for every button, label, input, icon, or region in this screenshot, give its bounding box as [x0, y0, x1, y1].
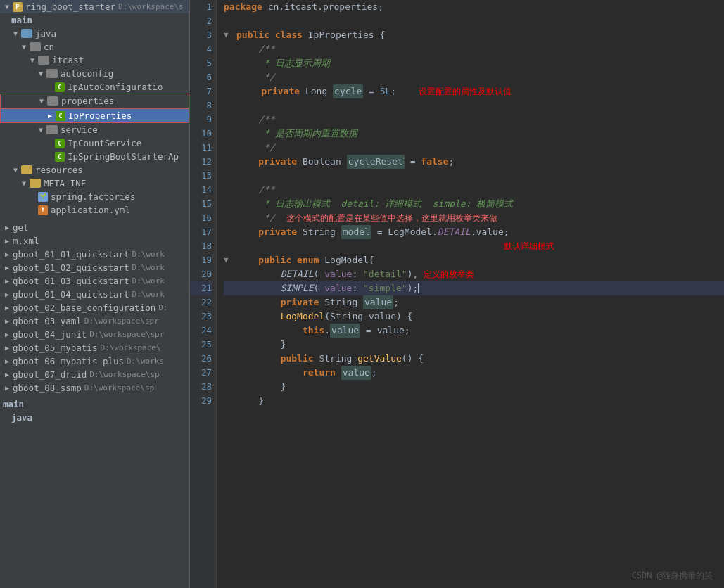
application-yml-icon: Y	[38, 205, 48, 215]
sidebar-item-ipspringbootstarter[interactable]: C IpSpringBootStarterAp	[0, 150, 189, 163]
kw-private-12: private	[258, 155, 297, 169]
code-line-13	[224, 169, 724, 183]
sidebar-item-gboot-01-04[interactable]: ▶ gboot_01_04_quickstart D:\work	[0, 288, 189, 301]
var-value-22: value	[363, 295, 393, 309]
gboot-04-path: D:\workspace\spr	[89, 330, 164, 339]
code-line-1: package cn.itcast.properties;	[224, 0, 724, 14]
gboot-02-arrow: ▶	[3, 304, 11, 312]
gboot-03-arrow: ▶	[3, 317, 11, 325]
ln-24: 24	[190, 324, 212, 338]
gboot-01-04-path: D:\work	[132, 290, 165, 299]
code-area[interactable]: package cn.itcast.properties; ▼ public c…	[217, 0, 724, 588]
sidebar-item-gboot-06[interactable]: ▶ gboot_06_mybatis_plus D:\works	[0, 354, 189, 368]
gboot-01-01-arrow: ▶	[3, 250, 11, 258]
itcast-label: itcast	[52, 55, 84, 65]
sidebar-item-service[interactable]: ▼ service	[0, 123, 189, 136]
ln-18: 18	[190, 239, 212, 253]
mxml-label: m.xml	[13, 236, 39, 246]
sidebar-item-autoconfig[interactable]: ▼ autoconfig	[0, 67, 189, 80]
sidebar-item-java[interactable]: ▼ java	[0, 27, 189, 40]
gboot-01-01-label: gboot_01_01_quickstart	[13, 249, 129, 260]
ln-8: 8	[190, 98, 212, 113]
sidebar-item-gboot-01-01[interactable]: ▶ gboot_01_01_quickstart D:\work	[0, 248, 189, 261]
sidebar-item-ipautoconfiguration[interactable]: C IpAutoConfiguratio	[0, 80, 189, 94]
ln-20: 20	[190, 267, 212, 281]
resources-folder-icon	[21, 165, 32, 174]
sidebar-item-gboot-08[interactable]: ▶ gboot_08_ssmp D:\workspace\sp	[0, 381, 189, 395]
cn-arrow: ▼	[20, 43, 28, 51]
ipproperties-label: IpProperties	[68, 110, 132, 121]
sidebar-item-application-yml[interactable]: Y application.yml	[0, 203, 189, 217]
watermark: CSDN @随身携带的笑	[632, 568, 713, 582]
sidebar-item-gboot-02[interactable]: ▶ gboot_02_base_configuration D:	[0, 301, 189, 314]
gboot-02-label: gboot_02_base_configuration	[13, 302, 155, 313]
type-string-22: String	[324, 295, 357, 309]
sidebar-item-gboot-01-02[interactable]: ▶ gboot_01_02_quickstart D:\work	[0, 261, 189, 274]
code-line-5: * 日志显示周期	[224, 56, 724, 70]
code-line-20: DETAIL( value: "detail"), 定义的枚举类	[224, 267, 724, 281]
code-line-17: private String model = LogModel.DETAIL.v…	[224, 225, 724, 239]
gboot-01-02-label: gboot_01_02_quickstart	[13, 262, 129, 273]
code-line-18: 默认详细模式	[224, 239, 724, 253]
gboot-07-path: D:\workspace\sp	[89, 370, 159, 379]
ln-4: 4	[190, 42, 212, 56]
itcast-folder-icon	[38, 56, 49, 65]
sidebar-item-ipproperties[interactable]: ▶ C IpProperties	[0, 108, 189, 123]
properties-label: properties	[61, 96, 114, 106]
brace-open-19: {	[369, 253, 374, 267]
type-string-17: String	[303, 225, 336, 239]
gboot-07-label: gboot_07_druid	[13, 369, 87, 380]
sidebar-item-meta-inf[interactable]: ▼ META-INF	[0, 177, 189, 190]
code-line-16: */ 这个模式的配置是在某些值中选择，这里就用枚举类来做	[224, 211, 724, 225]
str-simple: "simple"	[363, 281, 407, 295]
service-folder-icon	[46, 125, 58, 134]
code-line-10: * 是否周期内重置数据	[224, 127, 724, 141]
sidebar-item-cn[interactable]: ▼ cn	[0, 40, 189, 53]
gboot-06-label: gboot_06_mybatis_plus	[13, 356, 124, 366]
kw-return: return	[303, 366, 336, 380]
bottom-java-label: java	[11, 412, 32, 423]
ln-13: 13	[190, 169, 212, 183]
meta-inf-folder-icon	[30, 179, 41, 188]
logmodel-ref: LogModel	[388, 225, 432, 239]
sidebar-item-mxml[interactable]: ▶ m.xml	[0, 234, 189, 248]
ipproperties-arrow: ▶	[46, 112, 54, 120]
code-line-22: private String value;	[224, 295, 724, 309]
sidebar-item-itcast[interactable]: ▼ itcast	[0, 53, 189, 67]
sidebar-item-gboot-07[interactable]: ▶ gboot_07_druid D:\workspace\sp	[0, 368, 189, 381]
ln-5: 5	[190, 56, 212, 70]
fn-logmodel: LogModel	[281, 309, 325, 324]
sidebar-item-gboot-03[interactable]: ▶ gboot_03_yaml D:\workspace\spr	[0, 314, 189, 328]
sidebar-item-properties[interactable]: ▼ properties	[0, 94, 189, 108]
ln-15: 15	[190, 197, 212, 211]
gboot-01-04-label: gboot_01_04_quickstart	[13, 289, 129, 300]
code-line-15: * 日志输出模式 detail: 详细模式 simple: 极简模式	[224, 197, 724, 211]
code-line-29: }	[224, 394, 724, 408]
sidebar-item-get[interactable]: ▶ get	[0, 221, 189, 234]
sidebar-item-gboot-05[interactable]: ▶ gboot_05_mybatis D:\workspace\	[0, 341, 189, 354]
cm-11: */	[236, 141, 275, 155]
classname-ipproperties: IpProperties	[308, 28, 374, 42]
code-line-9: /**	[224, 113, 724, 127]
line-numbers: 1 2 3 4 5 6 7 8 9 10 11 12 13 14 15 16 1…	[190, 0, 217, 588]
project-path: D:\workspace\s	[118, 2, 184, 11]
project-root[interactable]: ▼ P ring_boot_starter D:\workspace\s	[0, 0, 189, 13]
ipspringbootstarter-icon: C	[55, 152, 65, 162]
sidebar-item-resources[interactable]: ▼ resources	[0, 163, 189, 177]
code-line-12: private Boolean cycleReset = false;	[224, 155, 724, 169]
main-label: main	[11, 15, 32, 25]
gboot-01-02-path: D:\work	[132, 263, 165, 272]
gboot-05-path: D:\workspace\	[100, 343, 160, 352]
ln-22: 22	[190, 295, 212, 309]
java-label: java	[35, 28, 56, 39]
value-ref: value	[476, 225, 504, 239]
logmodel-name: LogModel	[324, 253, 369, 267]
gboot-04-label: gboot_04_junit	[13, 329, 87, 340]
sidebar-item-gboot-01-03[interactable]: ▶ gboot_01_03_quickstart D:\work	[0, 274, 189, 288]
sidebar-item-ipcountservice[interactable]: C IpCountService	[0, 136, 189, 150]
sidebar-item-spring-factories[interactable]: 🌱 spring.factories	[0, 190, 189, 203]
rhs-value: value	[377, 324, 405, 338]
sidebar-item-gboot-04[interactable]: ▶ gboot_04_junit D:\workspace\spr	[0, 328, 189, 341]
ln-19: 19	[190, 253, 212, 267]
sidebar-bottom-java: java	[0, 411, 189, 424]
